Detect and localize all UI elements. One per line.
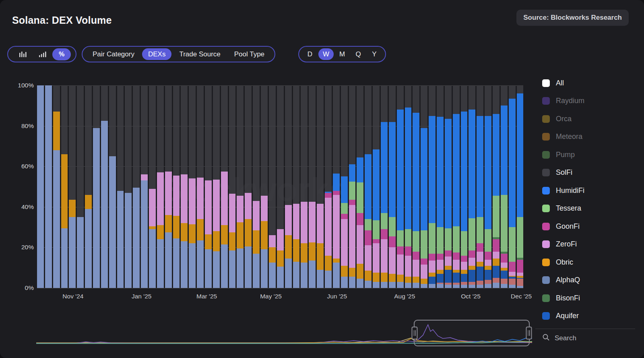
table-bar-week-40[interactable] (349, 85, 356, 288)
filter-pill-trade-source[interactable]: Trade Source (173, 48, 226, 60)
legend-item-solfi[interactable]: SolFi (542, 164, 635, 182)
table-bar-week-50[interactable] (429, 85, 436, 288)
table-bar-week-11[interactable] (117, 85, 124, 288)
table-bar-week-57[interactable] (485, 85, 491, 288)
table-bar-week-49[interactable] (421, 85, 427, 288)
table-bar-week-30[interactable] (269, 85, 276, 288)
bar-chart-icon[interactable] (13, 48, 32, 60)
table-bar-week-25[interactable] (229, 85, 236, 288)
legend-item-all[interactable]: All (542, 74, 635, 92)
range-pill-y[interactable]: Y (367, 48, 382, 60)
table-bar-week-27[interactable] (245, 85, 252, 288)
legend-item-meteora[interactable]: Meteora (542, 128, 635, 146)
table-bar-week-13[interactable] (133, 85, 140, 288)
table-bar-week-4[interactable] (61, 85, 68, 288)
table-bar-week-10[interactable] (109, 85, 116, 288)
table-bar-week-54[interactable] (461, 85, 468, 288)
filter-pill-pool-type[interactable]: Pool Type (228, 48, 270, 60)
legend-item-tessera[interactable]: Tessera (542, 200, 635, 218)
search-input[interactable] (555, 334, 615, 342)
table-bar-week-15[interactable] (149, 85, 156, 288)
legend-item-goonfi[interactable]: GoonFi (542, 217, 635, 236)
legend-item-bisonfi[interactable]: BisonFi (542, 289, 635, 307)
navigator-brush-window[interactable] (414, 320, 530, 346)
table-bar-week-20[interactable] (189, 85, 196, 288)
legend-item-pump[interactable]: Pump (542, 146, 635, 164)
table-bar-week-28[interactable] (253, 85, 260, 288)
table-bar-week-43[interactable] (373, 85, 380, 288)
segment-tessera (357, 182, 363, 213)
table-bar-week-24[interactable] (221, 85, 228, 288)
table-bar-week-17[interactable] (165, 85, 172, 288)
table-bar-week-1[interactable] (37, 85, 44, 288)
segment-obric (61, 154, 68, 228)
table-bar-week-32[interactable] (285, 85, 292, 288)
legend-item-aquifer[interactable]: Aquifer (542, 307, 635, 325)
table-bar-week-59[interactable] (501, 85, 508, 288)
table-bar-week-37[interactable] (325, 85, 332, 288)
table-bar-week-44[interactable] (381, 85, 388, 288)
table-bar-week-29[interactable] (261, 85, 268, 288)
table-bar-week-61[interactable] (517, 85, 524, 288)
table-bar-week-22[interactable] (205, 85, 212, 288)
table-bar-week-36[interactable] (317, 85, 324, 288)
table-bar-week-45[interactable] (389, 85, 396, 288)
table-bar-week-18[interactable] (173, 85, 180, 288)
table-bar-week-38[interactable] (333, 85, 340, 288)
table-bar-week-42[interactable] (365, 85, 372, 288)
table-bar-week-46[interactable] (397, 85, 404, 288)
table-bar-week-2[interactable] (45, 85, 52, 288)
x-axis-label: Aug '25 (394, 293, 415, 300)
legend-item-orca[interactable]: Orca (542, 110, 635, 128)
table-bar-week-53[interactable] (453, 85, 460, 288)
table-bar-week-7[interactable] (85, 85, 92, 288)
table-bar-week-31[interactable] (277, 85, 284, 288)
table-bar-week-26[interactable] (237, 85, 244, 288)
stacked-bar-chart-icon[interactable] (33, 48, 52, 60)
table-bar-week-6[interactable] (77, 85, 84, 288)
filter-pill-dexs[interactable]: DEXs (142, 48, 171, 60)
table-bar-week-19[interactable] (181, 85, 188, 288)
table-bar-week-39[interactable] (341, 85, 348, 288)
table-bar-week-16[interactable] (157, 85, 164, 288)
table-bar-week-55[interactable] (469, 85, 475, 288)
table-bar-week-58[interactable] (493, 85, 500, 288)
segment-goonfi (469, 250, 475, 258)
brush-handle-left[interactable] (411, 327, 417, 339)
table-bar-week-14[interactable] (141, 85, 148, 288)
segment-solfi (341, 85, 348, 176)
segment-alphaq (221, 244, 228, 288)
legend-item-zerofi[interactable]: ZeroFi (542, 236, 635, 254)
table-bar-week-35[interactable] (309, 85, 316, 288)
range-pill-w[interactable]: W (318, 48, 334, 60)
table-bar-week-52[interactable] (445, 85, 452, 288)
table-bar-week-9[interactable] (101, 85, 108, 288)
table-bar-week-47[interactable] (405, 85, 412, 288)
table-bar-week-51[interactable] (437, 85, 444, 288)
legend-item-obric[interactable]: Obric (542, 253, 635, 271)
table-bar-week-48[interactable] (413, 85, 419, 288)
brush-handle-right[interactable] (526, 327, 532, 339)
table-bar-week-21[interactable] (197, 85, 204, 288)
table-bar-week-56[interactable] (477, 85, 483, 288)
table-bar-week-34[interactable] (301, 85, 308, 288)
range-pill-d[interactable]: D (302, 48, 318, 60)
table-bar-week-33[interactable] (293, 85, 300, 288)
table-bar-week-5[interactable] (69, 85, 76, 288)
table-bar-week-60[interactable] (509, 85, 516, 288)
chart-navigator[interactable] (36, 321, 532, 346)
table-bar-week-8[interactable] (93, 85, 100, 288)
segment-alphaq (69, 217, 76, 288)
filter-pill-pair-category[interactable]: Pair Category (87, 48, 140, 60)
table-bar-week-23[interactable] (213, 85, 220, 288)
table-bar-week-3[interactable] (53, 85, 60, 288)
table-bar-week-41[interactable] (357, 85, 363, 288)
legend-item-humidifi[interactable]: HumidiFi (542, 182, 635, 200)
legend-item-alphaq[interactable]: AlphaQ (542, 271, 635, 290)
legend-item-raydium[interactable]: Raydium (542, 92, 635, 110)
segment-solfi (109, 85, 116, 156)
range-pill-q[interactable]: Q (351, 48, 366, 60)
percent-mode-button[interactable]: % (52, 48, 71, 60)
range-pill-m[interactable]: M (334, 48, 350, 60)
table-bar-week-12[interactable] (125, 85, 132, 288)
